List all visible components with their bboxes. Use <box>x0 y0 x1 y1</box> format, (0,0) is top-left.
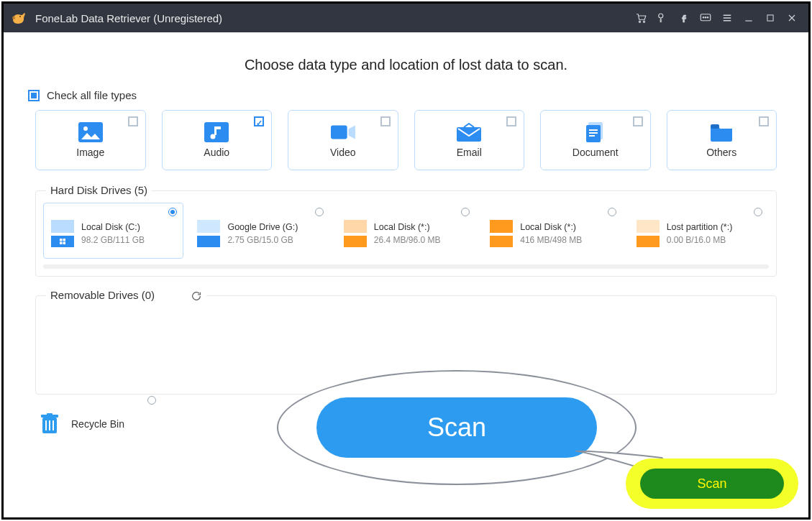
svg-rect-32 <box>53 420 54 430</box>
minimize-button[interactable] <box>738 7 759 29</box>
drive-name: Lost partition (*:) <box>667 222 733 232</box>
drive-size: 26.4 MB/96.0 MB <box>374 235 441 245</box>
type-label: Video <box>330 147 356 158</box>
drive-icon <box>637 220 660 247</box>
drive-radio[interactable] <box>608 208 616 216</box>
drive-radio[interactable] <box>168 208 177 216</box>
svg-point-2 <box>643 21 644 22</box>
close-button[interactable] <box>781 7 803 29</box>
image-icon <box>78 122 103 142</box>
svg-point-10 <box>83 126 88 131</box>
type-checkbox[interactable] <box>633 116 643 126</box>
drive-lost-partition[interactable]: Lost partition (*:)0.00 B/16.0 MB <box>629 203 769 259</box>
drive-name: Local Disk (*:) <box>374 222 441 232</box>
svg-rect-23 <box>60 239 63 241</box>
type-checkbox[interactable] <box>254 116 264 126</box>
email-icon <box>457 122 481 142</box>
check-all-checkbox[interactable] <box>28 90 40 101</box>
drive-size: 416 MB/498 MB <box>520 235 582 245</box>
svg-rect-31 <box>49 420 50 430</box>
scan-button-small[interactable]: Scan <box>640 469 784 499</box>
drive-google-g[interactable]: Google Drive (G:)2.75 GB/15.0 GB <box>189 203 329 259</box>
cart-icon[interactable] <box>630 7 652 29</box>
video-icon <box>331 122 355 142</box>
app-logo-icon <box>9 9 28 27</box>
svg-rect-26 <box>63 242 66 245</box>
svg-point-6 <box>705 17 706 19</box>
svg-rect-29 <box>47 413 53 415</box>
svg-point-3 <box>659 14 663 18</box>
menu-icon[interactable] <box>716 7 738 29</box>
maximize-button[interactable] <box>759 7 781 29</box>
svg-rect-20 <box>589 135 595 137</box>
type-card-audio[interactable]: Audio <box>162 110 273 170</box>
drive-local-star-1[interactable]: Local Disk (*:)26.4 MB/96.0 MB <box>336 203 476 259</box>
removable-legend-text: Removable Drives (0) <box>50 289 155 301</box>
svg-point-1 <box>639 21 640 22</box>
scan-highlight: Scan <box>626 458 798 509</box>
svg-rect-30 <box>45 420 47 430</box>
drive-radio[interactable] <box>315 208 324 216</box>
svg-rect-8 <box>767 15 773 21</box>
drive-size: 98.2 GB/111 GB <box>81 235 145 245</box>
page-heading: Choose data type and location of lost da… <box>35 57 777 73</box>
check-all-row[interactable]: Check all file types <box>28 89 777 101</box>
drive-icon <box>51 220 74 247</box>
drive-size: 0.00 B/16.0 MB <box>667 235 733 245</box>
scan-button-large[interactable]: Scan <box>316 397 597 458</box>
drive-row: Local Disk (C:)98.2 GB/111 GB Google Dri… <box>43 203 769 259</box>
hard-disk-fieldset: Hard Disk Drives (5) Local Disk (C:)98.2… <box>35 190 777 277</box>
type-checkbox[interactable] <box>380 116 391 126</box>
recycle-label: Recycle Bin <box>71 418 124 430</box>
type-checkbox[interactable] <box>759 116 769 126</box>
drive-name: Google Drive (G:) <box>227 222 298 232</box>
drive-name: Local Disk (*:) <box>520 222 582 232</box>
feedback-icon[interactable] <box>695 7 716 29</box>
drive-name: Local Disk (C:) <box>81 222 145 232</box>
drive-local-c[interactable]: Local Disk (C:)98.2 GB/111 GB <box>43 203 183 259</box>
type-card-image[interactable]: Image <box>35 110 146 170</box>
folder-icon <box>709 122 734 142</box>
key-icon[interactable] <box>652 7 673 29</box>
svg-point-7 <box>707 17 708 19</box>
drive-size: 2.75 GB/15.0 GB <box>227 235 298 245</box>
drive-icon <box>344 220 367 247</box>
drive-radio[interactable] <box>754 208 762 216</box>
file-type-row: Image Audio Video Email Document <box>35 110 777 170</box>
svg-rect-25 <box>60 242 63 245</box>
type-label: Document <box>572 147 619 158</box>
refresh-icon[interactable] <box>191 290 202 302</box>
facebook-icon[interactable] <box>673 7 695 29</box>
audio-icon <box>204 122 229 142</box>
type-label: Image <box>76 147 104 158</box>
svg-rect-19 <box>589 132 598 134</box>
svg-rect-13 <box>214 126 216 135</box>
trash-icon <box>40 413 60 435</box>
type-checkbox[interactable] <box>128 116 138 126</box>
svg-rect-14 <box>331 126 347 139</box>
document-icon <box>583 122 608 142</box>
type-card-email[interactable]: Email <box>414 110 525 170</box>
drive-local-star-2[interactable]: Local Disk (*:)416 MB/498 MB <box>482 203 622 259</box>
hdd-legend: Hard Disk Drives (5) <box>46 184 152 196</box>
type-card-document[interactable]: Document <box>540 110 651 170</box>
svg-point-5 <box>703 17 704 19</box>
type-label: Others <box>706 147 736 158</box>
type-card-others[interactable]: Others <box>667 110 777 170</box>
svg-rect-18 <box>589 129 598 131</box>
svg-rect-21 <box>711 124 719 129</box>
type-label: Email <box>457 147 482 158</box>
drive-icon <box>197 220 220 247</box>
drive-icon <box>490 220 513 247</box>
type-checkbox[interactable] <box>506 116 516 126</box>
recycle-radio[interactable] <box>147 396 156 405</box>
drive-scrollbar[interactable] <box>43 264 769 269</box>
removable-legend: Removable Drives (0) <box>46 289 206 302</box>
window-title: FoneLab Data Retriever (Unregistered) <box>35 12 222 24</box>
svg-rect-24 <box>63 239 66 241</box>
type-label: Audio <box>204 147 229 158</box>
type-card-video[interactable]: Video <box>288 110 398 170</box>
check-all-label: Check all file types <box>47 89 137 101</box>
titlebar: FoneLab Data Retriever (Unregistered) <box>4 4 808 32</box>
drive-radio[interactable] <box>461 208 470 216</box>
